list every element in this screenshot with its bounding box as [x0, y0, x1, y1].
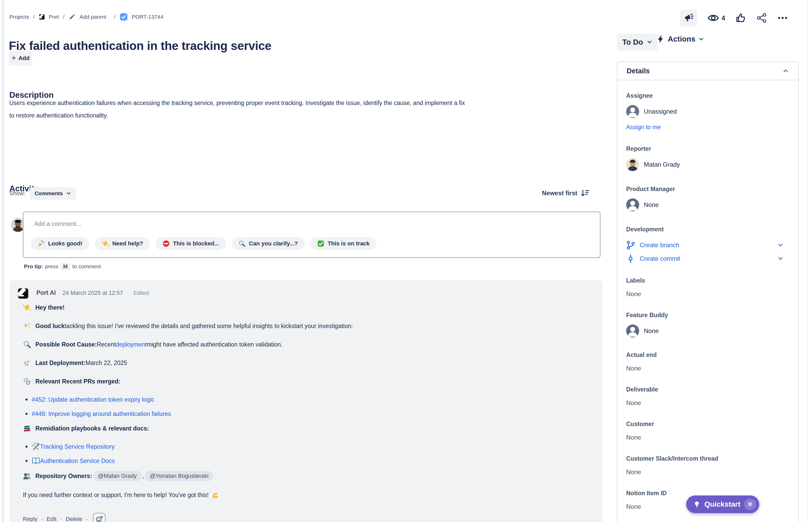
comment-link[interactable]: #452: Update authentication token expiry…	[32, 396, 155, 403]
description-line: Users experience authentication failures…	[9, 97, 600, 109]
breadcrumb-projects[interactable]: Projects	[9, 14, 29, 20]
field-product-manager: Product Manager None	[626, 186, 788, 212]
create-commit-button[interactable]: Create commit	[626, 254, 788, 263]
comment-link[interactable]: deployment	[116, 341, 147, 348]
details-header[interactable]: Details	[617, 62, 798, 80]
add-button-label: Add	[18, 55, 29, 62]
comment-link[interactable]: #448: Improve logging around authenticat…	[32, 410, 171, 418]
field-customer: CustomerNone	[626, 421, 788, 441]
share-button[interactable]	[756, 13, 767, 23]
comment-input[interactable]: Add a comment... Looks good!Need help?Th…	[23, 212, 601, 258]
sort-order-label: Newest first	[542, 189, 577, 197]
activity-filter-row: Show: Comments	[9, 187, 76, 200]
feedback-button[interactable]	[680, 9, 697, 26]
create-branch-button[interactable]: Create branch	[626, 241, 788, 249]
like-button[interactable]	[736, 13, 746, 23]
more-button[interactable]	[777, 13, 788, 23]
bullet-dot	[25, 413, 27, 415]
sort-order-button[interactable]: Newest first	[542, 189, 589, 198]
field-value-text[interactable]: None	[626, 290, 788, 298]
field-feature-buddy: Feature BuddyNone	[626, 312, 788, 337]
sidebar-fields: LabelsNoneFeature BuddyNoneActual endNon…	[626, 277, 788, 510]
product-manager-value[interactable]: None	[626, 198, 788, 212]
chevron-down-icon[interactable]	[777, 256, 784, 262]
chevron-down-icon[interactable]	[777, 242, 784, 248]
books-icon	[23, 424, 31, 433]
issue-type-icon[interactable]	[120, 13, 128, 21]
comment-text-bold: Hey there!	[35, 304, 64, 311]
comment-text: March 22, 2025	[85, 360, 127, 366]
lightbulb-icon	[693, 500, 701, 508]
page-title: Fix failed authentication in the trackin…	[9, 39, 271, 53]
comment-actions: Reply·Edit·Delete·	[23, 513, 105, 522]
quick-reply-pill[interactable]: Need help?	[95, 237, 150, 250]
breadcrumb-project[interactable]: Port	[49, 14, 59, 20]
field-value-text[interactable]: None	[626, 434, 788, 441]
status-dropdown[interactable]: To Do	[617, 34, 657, 51]
busts-icon	[23, 472, 31, 480]
description-line: to restore authentication functionality.	[9, 109, 600, 122]
quickstart-close-button[interactable]: ✕	[744, 498, 756, 510]
field-label: Labels	[626, 277, 788, 284]
add-button[interactable]: + Add	[9, 51, 32, 65]
assignee-value[interactable]: Unassigned	[626, 105, 788, 118]
comment-timestamp[interactable]: 24 March 2025 at 12:57	[63, 289, 123, 296]
field-value[interactable]: None	[626, 324, 788, 337]
tools-icon	[32, 442, 40, 451]
default-avatar-icon	[626, 198, 639, 212]
create-branch-label: Create branch	[640, 241, 679, 249]
status-label: To Do	[622, 38, 643, 46]
product-manager-name: None	[644, 201, 658, 208]
comment-link[interactable]: Authentication Service Docs	[40, 458, 115, 465]
quick-reply-label: This is on track	[328, 240, 370, 247]
quickstart-button[interactable]: Quickstart ✕	[686, 496, 759, 513]
scrollbar-track[interactable]	[807, 0, 808, 522]
breadcrumb-separator: /	[63, 14, 64, 20]
comments-filter-dropdown[interactable]: Comments	[30, 187, 76, 200]
reporter-value[interactable]: Matan Grady	[626, 158, 788, 171]
comment-text-bold: Remidiation playbooks & relevant docs:	[35, 425, 149, 432]
description-body[interactable]: Users experience authentication failures…	[9, 97, 600, 122]
quick-reply-pill[interactable]: This is on track	[310, 237, 377, 250]
rocket-icon	[23, 359, 31, 367]
comment-edited-badge: Edited	[133, 290, 149, 296]
watchers-button[interactable]: 4	[708, 12, 725, 24]
comment-list-item: Tracking Service Repository	[23, 442, 584, 451]
actions-dropdown[interactable]: Actions	[656, 35, 704, 43]
edit-action[interactable]: Edit	[47, 516, 57, 522]
chevron-up-icon[interactable]	[783, 68, 789, 74]
field-value-text[interactable]: None	[626, 365, 788, 372]
comment-paragraph: If you need further context or support, …	[23, 490, 584, 500]
add-reaction-button[interactable]	[93, 513, 105, 522]
reply-action[interactable]: Reply	[23, 516, 37, 522]
comment-list-item: #452: Update authentication token expiry…	[23, 395, 584, 404]
comment-text: If you need further context or support, …	[23, 491, 209, 499]
issue-page: Projects / Port / Add parent / PORT-1374…	[0, 0, 812, 522]
delete-action[interactable]: Delete	[66, 516, 82, 522]
comment-author[interactable]: Port AI	[36, 289, 56, 296]
field-value-text[interactable]: None	[626, 468, 788, 476]
breadcrumb-issue-key[interactable]: PORT-13744	[132, 14, 163, 20]
field-label: Customer	[626, 421, 788, 428]
wave-icon	[102, 240, 109, 247]
bullet-dot	[25, 399, 27, 401]
watchers-count: 4	[722, 14, 725, 22]
left-panel-divider[interactable]	[2, 0, 4, 522]
comment: Port AI 24 March 2025 at 12:57 Edited He…	[9, 280, 603, 522]
comment-text-bold: Last Deployment:	[35, 360, 85, 366]
breadcrumb-add-parent[interactable]: Add parent	[80, 14, 106, 20]
field-value-text[interactable]: None	[626, 399, 788, 406]
field-development: Development Create branch Create commit	[626, 226, 788, 263]
bullet-dot	[25, 460, 27, 462]
mention-pill[interactable]: @Yonatan Boguslavski	[145, 471, 213, 481]
field-label: Product Manager	[626, 186, 788, 193]
quick-reply-pill[interactable]: Can you clarify...?	[231, 237, 305, 250]
assign-to-me-link[interactable]: Assign to me	[626, 124, 788, 131]
quick-reply-pill[interactable]: Looks good!	[31, 237, 89, 250]
quick-reply-pill[interactable]: This is blocked...	[156, 237, 226, 250]
comment-link[interactable]: Tracking Service Repository	[40, 443, 115, 450]
comments-filter-label: Comments	[35, 190, 63, 197]
comment-paragraph: Relevant Recent PRs merged:	[23, 377, 584, 386]
comment-text-bold: Possible Root Cause:	[35, 341, 97, 348]
mention-pill[interactable]: @Matan Grady	[93, 471, 142, 481]
